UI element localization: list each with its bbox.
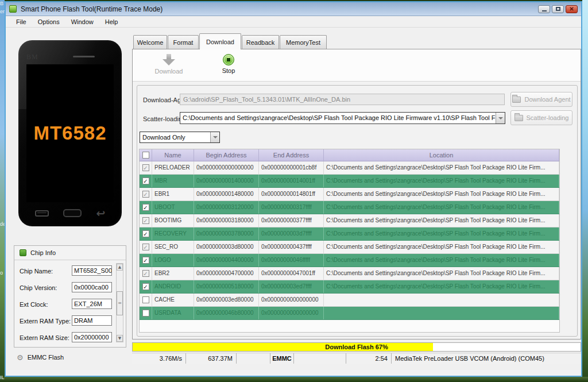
menu-file[interactable]: File [10, 18, 32, 25]
phone-chip-label: MT6582 [33, 122, 106, 144]
cell-name: USRDATA [152, 307, 194, 319]
close-button[interactable]: ✕ [566, 5, 578, 13]
menu-help[interactable]: Help [99, 18, 124, 25]
download-agent-button[interactable]: Download Agent [510, 92, 572, 107]
cell-location: C:\Documents and Settings\zangrace\Deskt… [324, 214, 559, 227]
chip-field-value[interactable]: 0x0000ca00 [72, 282, 112, 292]
chevron-down-icon[interactable] [496, 113, 505, 124]
row-checkbox[interactable]: ✓ [140, 214, 152, 227]
cell-end-address: 0x00000000014001ff [259, 175, 324, 187]
header-name[interactable]: Name [152, 149, 194, 161]
tab-welcome[interactable]: Welcome [133, 35, 167, 49]
header-begin-address[interactable]: Begin Address [194, 149, 259, 161]
row-checkbox[interactable]: ✓ [140, 254, 152, 267]
chip-info-scrollbar[interactable]: ▲ ≡ ▼ [116, 263, 123, 342]
chip-info-field-row: Extern RAM Type:DRAM [14, 313, 126, 330]
table-row[interactable]: ✓SEC_RO0x0000000003d800000x000000000437f… [140, 241, 559, 254]
download-form: Download-Agent G:\adroid\SP_Flash_Tool_5… [137, 85, 578, 337]
header-end-address[interactable]: End Address [259, 149, 324, 161]
header-checkbox-cell[interactable] [140, 149, 152, 161]
title-bar[interactable]: Smart Phone Flash Tool(Runtime Trace Mod… [6, 2, 581, 16]
checkbox-icon: ✓ [142, 257, 149, 264]
table-row[interactable]: ✓EBR20x00000000047000000x00000000047001f… [140, 267, 559, 280]
row-checkbox[interactable]: ✓ [140, 227, 152, 240]
chip-info-field-row: Extern RAM Size:0x20000000 [14, 330, 126, 346]
download-mode-value: Download Only [142, 134, 185, 141]
desktop-wallpaper-left [0, 0, 5, 382]
maximize-button[interactable] [552, 5, 564, 13]
tab-label: Download [206, 38, 234, 45]
scroll-thumb[interactable]: ≡ [117, 291, 123, 315]
status-empty-cell [294, 353, 346, 364]
row-checkbox[interactable] [140, 307, 152, 319]
scatter-loading-button[interactable]: Scatter-loading [510, 110, 572, 125]
table-row[interactable]: ✓PRELOADER0x00000000000000000x0000000000… [140, 161, 559, 175]
cell-name: LOGO [152, 254, 194, 267]
progress-label: Download Flash 67% [133, 343, 581, 351]
chip-field-value[interactable]: 0x20000000 [72, 332, 112, 342]
chip-info-title: Chip Info [30, 249, 56, 256]
table-row[interactable]: USRDATA0x0000000046b800000x0000000000000… [140, 307, 559, 320]
cell-location: C:\Documents and Settings\zangrace\Deskt… [324, 161, 559, 174]
chip-field-value[interactable]: DRAM [72, 315, 112, 326]
table-row[interactable]: ✓ANDROID0x00000000051800000x000000003ed7… [140, 280, 559, 294]
tab-label: Welcome [137, 39, 164, 46]
row-checkbox[interactable]: ✓ [140, 161, 152, 174]
chip-field-value[interactable]: EXT_26M [72, 299, 112, 309]
table-row[interactable]: ✓LOGO0x00000000044000000x00000000046ffff… [140, 254, 559, 267]
download-mode-combo[interactable]: Download Only [140, 132, 220, 143]
menu-options[interactable]: Options [32, 18, 65, 25]
stop-icon [223, 54, 234, 65]
chip-field-value[interactable]: MT6582_S00 [72, 265, 112, 276]
chevron-down-icon[interactable] [210, 132, 219, 142]
toolbar: Download Stop [133, 49, 581, 82]
row-checkbox[interactable]: ✓ [140, 201, 152, 214]
row-checkbox[interactable]: ✓ [140, 267, 152, 280]
header-location[interactable]: Location [324, 149, 559, 161]
tab-memorytest[interactable]: MemoryTest [280, 35, 327, 49]
cell-begin-address: 0x000000003ed80000 [194, 294, 259, 306]
tab-readback[interactable]: Readback [242, 35, 279, 49]
gear-icon: ⚙ [17, 354, 24, 361]
tab-label: Readback [246, 39, 275, 46]
chip-icon [20, 249, 26, 256]
partition-table-body: ✓PRELOADER0x00000000000000000x0000000000… [140, 161, 559, 320]
scroll-up-icon[interactable]: ▲ [117, 264, 123, 271]
row-checkbox[interactable]: ✓ [140, 188, 152, 200]
scatter-file-combo[interactable]: C:\Documents and Settings\zangrace\Deskt… [180, 112, 505, 124]
row-checkbox[interactable]: ✓ [140, 175, 152, 187]
status-elapsed-time: 2:54 [346, 353, 392, 364]
stop-button[interactable]: Stop [213, 53, 244, 74]
tab-label: MemoryTest [286, 39, 320, 46]
cell-name: EBR1 [152, 188, 194, 200]
table-row[interactable]: ✓EBR10x00000000014800000x00000000014801f… [140, 188, 559, 201]
phone-preview: BM MT6582 ↩ [18, 40, 122, 226]
scroll-down-icon[interactable]: ▼ [117, 335, 123, 342]
table-row[interactable]: CACHE0x000000003ed800000x000000000000000… [140, 294, 559, 307]
row-checkbox[interactable]: ✓ [140, 280, 152, 293]
select-all-checkbox[interactable] [142, 152, 149, 159]
row-checkbox[interactable] [140, 294, 152, 306]
table-row[interactable]: ✓MBR0x00000000014000000x00000000014001ff… [140, 175, 559, 188]
table-row[interactable]: ✓RECOVERY0x00000000037800000x0000000003d… [140, 227, 559, 241]
row-checkbox[interactable]: ✓ [140, 241, 152, 253]
cell-name: BOOTIMG [152, 214, 194, 227]
cell-location: C:\Documents and Settings\zangrace\Deskt… [324, 227, 559, 240]
minimize-button[interactable] [538, 5, 550, 13]
download-agent-field[interactable]: G:\adroid\SP_Flash_Tool_5.1343.01\MTK_Al… [180, 94, 505, 105]
cell-location [324, 307, 559, 319]
emmc-flash-label: EMMC Flash [28, 354, 64, 361]
download-tab-panel: Download Stop Download-Agent G:\adroid\S… [132, 49, 581, 339]
table-row[interactable]: ✓BOOTIMG0x00000000031800000x000000000377… [140, 214, 559, 227]
checkbox-icon: ✓ [142, 178, 149, 184]
tab-format[interactable]: Format [168, 35, 199, 49]
menu-window[interactable]: Window [65, 18, 99, 25]
status-com-port: MediaTek PreLoader USB VCOM (Android) (C… [392, 353, 581, 364]
menu-bar: File Options Window Help [6, 16, 581, 28]
close-icon: ✕ [569, 6, 574, 12]
status-data-size: 637.37M [186, 353, 237, 364]
table-row[interactable]: ✓UBOOT0x00000000031200000x000000000317ff… [140, 201, 559, 214]
download-button[interactable]: Download [149, 53, 189, 75]
tab-download[interactable]: Download [199, 33, 241, 49]
phone-screen: MT6582 [26, 64, 114, 202]
